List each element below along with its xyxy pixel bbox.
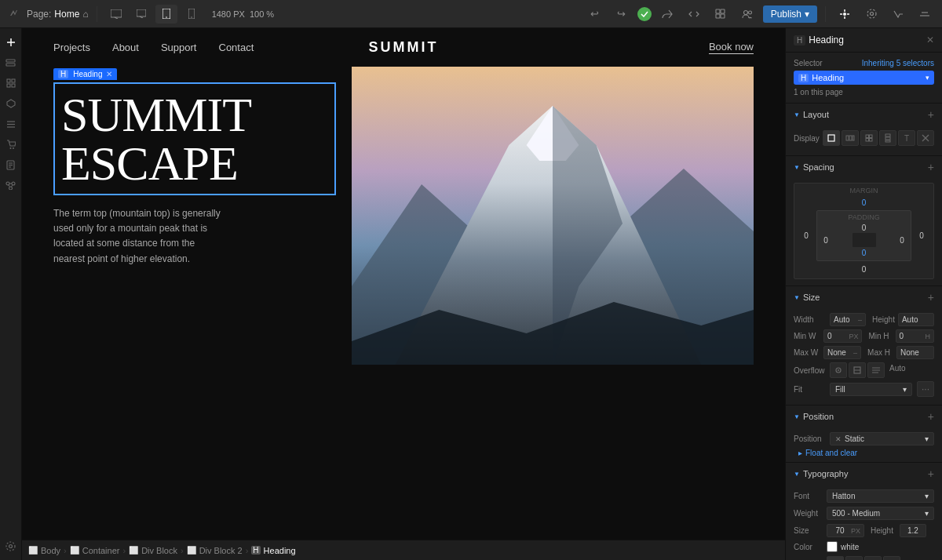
typography-add-icon[interactable]: + xyxy=(928,467,934,480)
align-left-btn[interactable] xyxy=(827,556,844,560)
redo-button[interactable]: ↪ xyxy=(611,5,633,24)
breadcrumb-divblock[interactable]: ⬜ Div Block xyxy=(129,546,177,555)
padding-bottom-row xyxy=(820,247,908,258)
share-button[interactable] xyxy=(656,5,678,24)
fit-dropdown[interactable]: Fill ▾ xyxy=(830,383,912,396)
spacing-section-header[interactable]: ▼ Spacing + xyxy=(786,156,942,178)
min-h-field[interactable]: 0 H xyxy=(896,329,934,343)
overflow-auto-label: Auto xyxy=(886,362,909,378)
heading-selected-element[interactable]: H Heading ✕ SUMMIT ESCAPE xyxy=(53,82,336,195)
svg-point-36 xyxy=(13,147,14,149)
panel-close-btn[interactable]: ✕ xyxy=(926,35,934,45)
display-btn-inline[interactable]: T xyxy=(898,130,915,146)
code-button[interactable] xyxy=(683,5,705,24)
selector-dropdown[interactable]: H Heading xyxy=(794,71,934,85)
nav-cta[interactable]: Book now xyxy=(709,41,754,54)
padding-bottom-input[interactable] xyxy=(856,247,873,258)
svg-rect-26 xyxy=(6,64,15,66)
min-w-field[interactable]: 0 PX xyxy=(823,329,862,343)
sidebar-icon-ecommerce[interactable] xyxy=(2,135,20,154)
sidebar-icon-pages[interactable] xyxy=(2,155,20,174)
sidebar-icon-settings[interactable] xyxy=(2,536,20,555)
svg-rect-11 xyxy=(721,14,725,18)
margin-bottom-input[interactable] xyxy=(853,263,876,275)
sidebar-icon-logic[interactable] xyxy=(2,176,20,195)
nav-link-contact[interactable]: Contact xyxy=(219,42,254,53)
sidebar-icon-components[interactable] xyxy=(2,94,20,113)
undo-button[interactable]: ↩ xyxy=(584,5,606,24)
interactions-button[interactable] xyxy=(887,5,909,24)
breadcrumb-container[interactable]: ⬜ Container xyxy=(70,546,120,555)
font-value: Hatton xyxy=(832,492,855,500)
collab-button[interactable] xyxy=(736,5,758,24)
sidebar-icon-cms[interactable] xyxy=(2,115,20,133)
left-sidebar xyxy=(0,28,22,560)
align-right-btn[interactable] xyxy=(864,556,882,560)
color-swatch[interactable] xyxy=(827,541,838,552)
device-btn-tablet[interactable] xyxy=(155,5,177,24)
width-field[interactable]: Auto – xyxy=(830,313,866,326)
sidebar-icon-assets[interactable] xyxy=(2,74,20,93)
font-size-field[interactable]: 70 PX xyxy=(827,524,864,537)
align-center-btn[interactable] xyxy=(845,556,863,560)
padding-right-input[interactable] xyxy=(896,235,908,245)
svg-rect-0 xyxy=(111,9,122,17)
nav-link-about[interactable]: About xyxy=(112,42,139,53)
display-btn-flex-h[interactable] xyxy=(842,130,859,146)
typography-section-header[interactable]: ▼ Typography + xyxy=(786,463,942,485)
position-dropdown[interactable]: ✕ Static ▾ xyxy=(830,432,934,445)
padding-left-input[interactable] xyxy=(820,235,832,245)
display-row: Display T xyxy=(794,130,934,146)
margin-left-input[interactable] xyxy=(798,230,815,242)
weight-dropdown[interactable]: 500 - Medium ▾ xyxy=(827,507,934,520)
overflow-hidden-btn[interactable] xyxy=(849,362,866,378)
max-h-field[interactable]: None xyxy=(896,346,934,359)
heading-close-btn[interactable]: ✕ xyxy=(106,70,112,78)
display-btn-block[interactable] xyxy=(823,130,840,146)
publish-button[interactable]: Publish ▾ xyxy=(763,5,817,23)
height-label: Height xyxy=(869,315,895,324)
layout-section-header[interactable]: ▼ Layout + xyxy=(786,104,942,125)
padding-top-input[interactable] xyxy=(856,222,873,233)
line-height-field[interactable]: 1.2 xyxy=(900,524,926,537)
nav-link-support[interactable]: Support xyxy=(161,42,197,53)
display-btn-none[interactable] xyxy=(917,130,934,146)
align-justify-btn[interactable] xyxy=(883,556,900,560)
sidebar-icon-add[interactable] xyxy=(2,33,20,52)
font-dropdown[interactable]: Hatton ▾ xyxy=(827,489,934,503)
device-btn-desktop-large[interactable] xyxy=(105,5,127,24)
breadcrumb-heading[interactable]: H Heading xyxy=(251,546,295,555)
style-panel-button[interactable] xyxy=(834,5,856,24)
display-btn-grid[interactable] xyxy=(860,130,878,146)
settings-panel-button[interactable] xyxy=(860,5,882,24)
inherit-link[interactable]: Inheriting 5 selectors xyxy=(862,59,934,67)
size-section-header[interactable]: ▼ Size + xyxy=(786,286,942,308)
nav-link-projects[interactable]: Projects xyxy=(53,42,90,53)
max-w-field[interactable]: None – xyxy=(823,346,861,359)
padding-sides-row xyxy=(820,233,908,247)
overflow-visible-btn[interactable] xyxy=(830,362,847,378)
layout-add-icon[interactable]: + xyxy=(928,108,934,121)
fit-more-btn[interactable]: ··· xyxy=(917,381,934,397)
asset-button[interactable] xyxy=(710,5,732,24)
height-field[interactable]: Auto xyxy=(898,313,934,326)
margin-top-input[interactable] xyxy=(853,196,876,209)
margin-right-input[interactable] xyxy=(913,230,930,242)
size-add-icon[interactable]: + xyxy=(928,291,934,304)
webflow-logo[interactable] xyxy=(6,6,22,22)
site-mountain-image xyxy=(352,67,754,380)
device-btn-desktop[interactable] xyxy=(130,5,152,24)
breadcrumb-body[interactable]: ⬜ Body xyxy=(28,546,60,555)
spacing-add-icon[interactable]: + xyxy=(928,161,934,173)
size-section-content: Width Auto – Height Auto Min W 0 PX xyxy=(786,308,942,405)
device-btn-mobile[interactable] xyxy=(181,5,203,24)
position-add-icon[interactable]: + xyxy=(928,410,934,423)
breadcrumb-divblock2[interactable]: ⬜ Div Block 2 xyxy=(187,546,243,555)
display-btn-flex-v[interactable] xyxy=(879,130,896,146)
float-clear-link[interactable]: ▸ Float and clear xyxy=(794,449,934,457)
fit-chevron-icon: ▾ xyxy=(903,385,907,394)
position-section-header[interactable]: ▼ Position + xyxy=(786,405,942,427)
sidebar-icon-layers[interactable] xyxy=(2,53,20,72)
overflow-scroll-btn[interactable] xyxy=(867,362,885,378)
extra-button[interactable] xyxy=(914,5,936,24)
